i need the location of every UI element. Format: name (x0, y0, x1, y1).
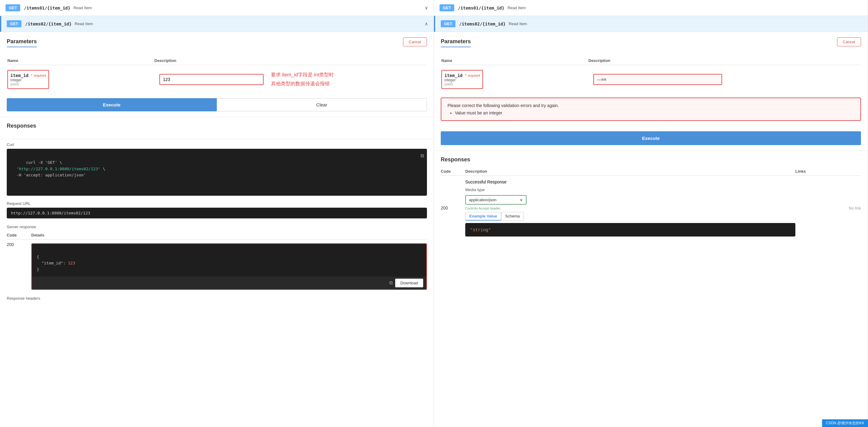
r-param-row-item-id: item_id * required integer (path) (441, 66, 860, 92)
param-row-item-id: item_id * required integer (path) (7, 66, 426, 92)
server-response-label: Server response (7, 225, 427, 229)
r-example-schema-tabs: Example Value Schema (465, 212, 795, 221)
r-example-tab[interactable]: Example Value (465, 212, 501, 221)
details-col-header: Details (31, 231, 427, 239)
method-badge-get: GET (5, 4, 20, 11)
endpoint1-path: /items01/{item_id} (24, 5, 70, 10)
curl-code-block: curl -X 'GET' \ 'http://127.0.0.1:8080/i… (7, 149, 427, 196)
code-col-header: Code (7, 231, 31, 239)
r-media-type-dropdown[interactable]: application/json ∨ (465, 195, 527, 205)
r-endpoint2-desc: Read Item (509, 22, 527, 26)
response-body-content: { "item_id": 123 } (32, 244, 426, 277)
request-url-value: http://127.0.0.1:8080/items02/123 (7, 208, 427, 219)
parameters-title: Parameters (7, 38, 37, 47)
r-param-type: integer (444, 78, 480, 82)
r-required-star: * (465, 73, 466, 78)
response-code: 200 (7, 239, 31, 292)
r-name-col-header: Name (441, 56, 588, 65)
required-label: required (34, 74, 46, 77)
r-code-col-header: Code (441, 167, 465, 176)
required-star: * (31, 73, 32, 78)
response-body-box: { "item_id": 123 } ⧉ Download (31, 243, 427, 290)
responses-section: Responses (0, 117, 434, 139)
response-headers-label: Response headers (7, 296, 427, 301)
copy-icon[interactable]: ⧉ (421, 152, 424, 160)
param-type: integer (10, 78, 46, 82)
method-badge-get2: GET (7, 20, 22, 27)
response-row-200: 200 { "item_id": 123 } ⧉ Download (7, 239, 427, 292)
r-method-badge-get: GET (439, 4, 454, 11)
r-response-table: Code Description Links 200 Successful Re… (441, 167, 861, 236)
r-param-location: (path) (444, 82, 480, 86)
endpoint1-bar[interactable]: GET /items01/{item_id} Read Item ∨ (0, 0, 434, 16)
param-name: item_id (10, 73, 29, 78)
r-dropdown-chevron-icon: ∨ (520, 198, 523, 202)
r-response-code: 200 (441, 176, 465, 237)
request-url-section: Request URL http://127.0.0.1:8080/items0… (0, 199, 434, 222)
curl-code: curl -X 'GET' \ 'http://127.0.0.1:8080/i… (12, 160, 105, 178)
response-table: Code Details 200 { "item_id": 123 } ⧉ Do… (7, 231, 427, 292)
param-location: (path) (10, 82, 46, 86)
action-buttons: Execute Clear (7, 98, 427, 111)
download-button[interactable]: Download (395, 279, 423, 287)
endpoint1-desc: Read Item (73, 5, 92, 10)
footer-bar: CSDN @潮汐休息的KK (822, 419, 868, 427)
r-response-row-200: 200 Successful Response Media type appli… (441, 176, 861, 237)
right-panel: GET /items01/{item_id} Read Item GET /it… (434, 0, 868, 427)
r-links-col-header: Links (795, 167, 861, 176)
r-required-label: required (468, 74, 480, 77)
item-id-input[interactable] (160, 75, 263, 84)
r-example-value: "string" (465, 223, 795, 236)
r-method-badge-get2: GET (441, 20, 456, 27)
chevron-down-icon: ∨ (425, 5, 428, 11)
r-schema-tab[interactable]: Schema (501, 212, 524, 221)
r-endpoint1-bar[interactable]: GET /items01/{item_id} Read Item (434, 0, 868, 16)
execute-button[interactable]: Execute (7, 98, 217, 111)
r-param-table: Name Description item_id * required inte… (441, 56, 861, 93)
endpoint2-path: /items02/{item_id} (25, 22, 72, 26)
endpoint2-bar[interactable]: GET /items02/{item_id} Read Item ∧ (0, 16, 434, 32)
param-table: Name Description item_id * required inte… (7, 56, 427, 93)
r-responses-section: Responses Code Description Links 200 Suc… (434, 151, 868, 242)
clear-button[interactable]: Clear (217, 98, 427, 111)
desc-col-header: Description (154, 56, 426, 65)
cancel-button[interactable]: Cancel (403, 37, 427, 46)
r-endpoint2-path: /items02/{item_id} (459, 22, 506, 26)
copy-response-button[interactable]: ⧉ (389, 279, 393, 287)
r-execute-button[interactable]: Execute (441, 131, 861, 145)
validation-error-box: Please correct the following validation … (441, 97, 861, 121)
left-panel: GET /items01/{item_id} Read Item ∨ GET /… (0, 0, 434, 427)
endpoint2-desc: Read Item (75, 22, 93, 26)
r-media-type-label: Media type (465, 188, 795, 192)
annotation-text: 要求 item_id字段是 int类型时 其他类型的数据传递会报错 (271, 70, 334, 88)
responses-title: Responses (7, 123, 427, 129)
r-param-name: item_id (444, 73, 463, 78)
r-item-id-input[interactable] (594, 75, 721, 84)
response-actions: ⧉ Download (32, 277, 426, 289)
validation-error-title: Please correct the following validation … (447, 103, 854, 108)
r-media-type-value: application/json (469, 198, 497, 202)
r-desc-col-header2: Description (465, 167, 795, 176)
chevron-up-icon: ∧ (425, 21, 428, 27)
request-url-label: Request URL (7, 201, 427, 206)
r-desc-col-header: Description (588, 56, 860, 65)
curl-label: Curl (7, 142, 427, 147)
r-parameters-section: Parameters Cancel Name Description item_… (434, 32, 868, 151)
r-cancel-button[interactable]: Cancel (837, 37, 861, 46)
r-responses-title: Responses (441, 156, 861, 163)
parameters-section: Parameters Cancel Name Description item_… (0, 32, 434, 117)
validation-error-item: Value must be an integer (455, 110, 854, 115)
server-response-section: Server response Code Details 200 { "item… (0, 222, 434, 303)
r-endpoint2-bar[interactable]: GET /items02/{item_id} Read Item (434, 16, 868, 32)
r-parameters-title: Parameters (441, 38, 471, 47)
curl-section: Curl curl -X 'GET' \ 'http://127.0.0.1:8… (0, 139, 434, 199)
r-response-links: No link (795, 176, 861, 237)
r-endpoint1-path: /items01/{item_id} (458, 5, 504, 10)
r-endpoint1-desc: Read Item (507, 5, 526, 10)
r-controls-label: Controls Accept header. (465, 206, 795, 210)
r-response-desc: Successful Response (465, 179, 795, 184)
name-col-header: Name (7, 56, 154, 65)
